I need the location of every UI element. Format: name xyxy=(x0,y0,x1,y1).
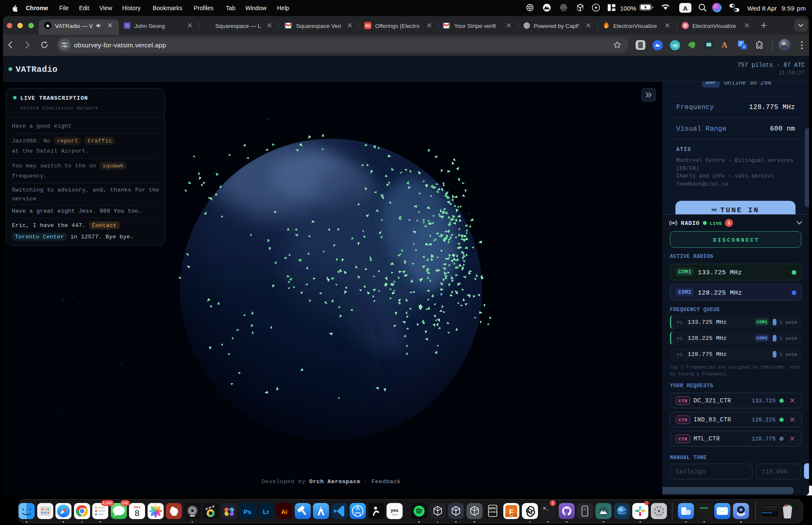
svg-text:EPIC: EPIC xyxy=(489,507,496,510)
svg-text:A: A xyxy=(743,44,746,49)
svg-text:8: 8 xyxy=(134,509,139,518)
svg-text:>_: >_ xyxy=(543,506,549,511)
svg-text:Ps: Ps xyxy=(244,508,251,515)
svg-text:exec: exec xyxy=(700,506,708,510)
svg-text:Lr: Lr xyxy=(263,508,269,515)
svg-text:eBook: eBook xyxy=(392,513,398,516)
svg-text:FUS: FUS xyxy=(510,515,513,517)
svg-text:GAMES: GAMES xyxy=(488,511,497,513)
svg-text:yes: yes xyxy=(391,508,398,513)
svg-text:Ai: Ai xyxy=(281,508,288,515)
